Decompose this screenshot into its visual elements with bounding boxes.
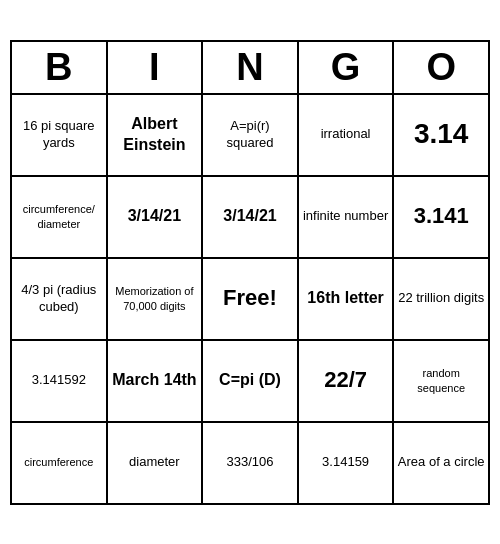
bingo-cell-r3-c2: C=pi (D) <box>203 341 299 423</box>
bingo-cell-r2-c4: 22 trillion digits <box>394 259 490 341</box>
bingo-cell-r0-c0: 16 pi square yards <box>12 95 108 177</box>
cell-text: 4/3 pi (radius cubed) <box>15 282 103 316</box>
bingo-cell-r1-c4: 3.141 <box>394 177 490 259</box>
bingo-cell-r3-c4: random sequence <box>394 341 490 423</box>
cell-text: Memorization of 70,000 digits <box>111 284 199 313</box>
bingo-cell-r2-c0: 4/3 pi (radius cubed) <box>12 259 108 341</box>
cell-text: diameter <box>129 454 180 471</box>
cell-text: 3.14 <box>414 116 469 152</box>
cell-text: 3/14/21 <box>128 206 181 227</box>
cell-text: Area of a circle <box>398 454 485 471</box>
bingo-header: BINGO <box>10 40 490 95</box>
bingo-cell-r4-c0: circumference <box>12 423 108 505</box>
cell-text: Free! <box>223 284 277 313</box>
cell-text: random sequence <box>397 366 485 395</box>
cell-text: 333/106 <box>226 454 273 471</box>
bingo-cell-r1-c0: circumference/ diameter <box>12 177 108 259</box>
header-letter-g: G <box>299 42 395 95</box>
bingo-grid: 16 pi square yardsAlbert EinsteinA=pi(r)… <box>10 95 490 505</box>
cell-text: C=pi (D) <box>219 370 281 391</box>
bingo-cell-r0-c4: 3.14 <box>394 95 490 177</box>
bingo-cell-r4-c1: diameter <box>108 423 204 505</box>
bingo-cell-r3-c3: 22/7 <box>299 341 395 423</box>
bingo-cell-r1-c2: 3/14/21 <box>203 177 299 259</box>
cell-text: circumference/ diameter <box>15 202 103 231</box>
bingo-cell-r0-c2: A=pi(r) squared <box>203 95 299 177</box>
bingo-cell-r3-c1: March 14th <box>108 341 204 423</box>
cell-text: 22/7 <box>324 366 367 395</box>
header-letter-n: N <box>203 42 299 95</box>
cell-text: 3.141592 <box>32 372 86 389</box>
cell-text: A=pi(r) squared <box>206 118 294 152</box>
cell-text: 22 trillion digits <box>398 290 484 307</box>
bingo-cell-r1-c1: 3/14/21 <box>108 177 204 259</box>
bingo-cell-r3-c0: 3.141592 <box>12 341 108 423</box>
bingo-card: BINGO 16 pi square yardsAlbert EinsteinA… <box>10 40 490 505</box>
cell-text: infinite number <box>303 208 388 225</box>
cell-text: 16 pi square yards <box>15 118 103 152</box>
header-letter-o: O <box>394 42 490 95</box>
bingo-cell-r0-c3: irrational <box>299 95 395 177</box>
cell-text: Albert Einstein <box>111 114 199 156</box>
cell-text: March 14th <box>112 370 196 391</box>
cell-text: 3.14159 <box>322 454 369 471</box>
header-letter-i: I <box>108 42 204 95</box>
bingo-cell-r0-c1: Albert Einstein <box>108 95 204 177</box>
cell-text: circumference <box>24 455 93 469</box>
cell-text: 3.141 <box>414 202 469 231</box>
bingo-cell-r2-c2: Free! <box>203 259 299 341</box>
bingo-cell-r1-c3: infinite number <box>299 177 395 259</box>
header-letter-b: B <box>12 42 108 95</box>
bingo-cell-r2-c3: 16th letter <box>299 259 395 341</box>
bingo-cell-r2-c1: Memorization of 70,000 digits <box>108 259 204 341</box>
bingo-cell-r4-c2: 333/106 <box>203 423 299 505</box>
cell-text: 3/14/21 <box>223 206 276 227</box>
bingo-cell-r4-c3: 3.14159 <box>299 423 395 505</box>
cell-text: irrational <box>321 126 371 143</box>
cell-text: 16th letter <box>307 288 383 309</box>
bingo-cell-r4-c4: Area of a circle <box>394 423 490 505</box>
